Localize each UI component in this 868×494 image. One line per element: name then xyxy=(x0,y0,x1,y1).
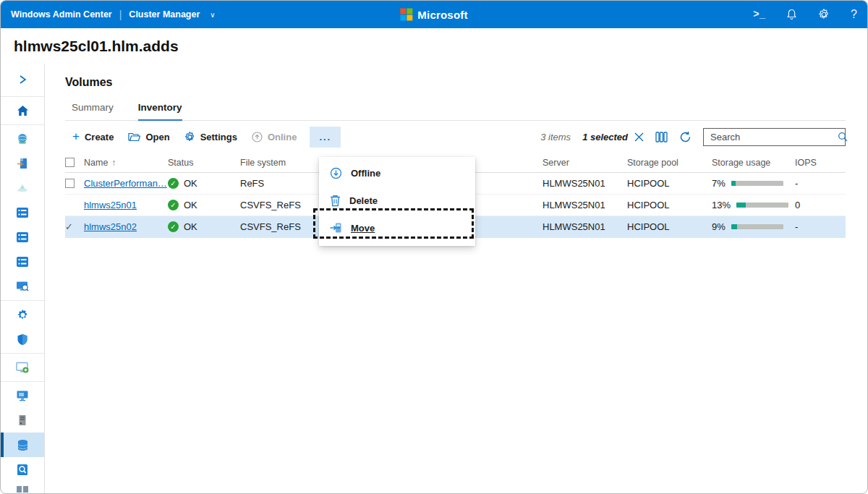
sidebar-item-servers-3[interactable] xyxy=(1,250,44,274)
help-icon[interactable]: ? xyxy=(851,8,857,21)
status-ok-icon: ✓ xyxy=(168,200,179,210)
menu-item-move-label: Move xyxy=(351,223,375,234)
iops-cell: 0 xyxy=(795,200,846,210)
microsoft-logo-text: Microsoft xyxy=(417,9,467,21)
select-all-checkbox[interactable] xyxy=(65,158,75,167)
storage-pool-cell: HCIPOOL xyxy=(627,200,712,210)
menu-item-delete-label: Delete xyxy=(349,195,378,206)
powershell-icon[interactable]: >_ xyxy=(753,9,765,20)
server-cell: HLMWS25N01 xyxy=(542,221,627,232)
file-system-cell: CSVFS_ReFS xyxy=(240,221,320,232)
iops-cell: - xyxy=(795,178,846,189)
sidebar-item-azure-hybrid[interactable] xyxy=(1,151,44,176)
usage-percent-label: 9% xyxy=(712,221,726,232)
page-title: hlmws25cl01.hlm.adds xyxy=(1,28,867,64)
sidebar-item-servers-2[interactable] xyxy=(1,225,44,250)
row-selected-check-icon[interactable]: ✓ xyxy=(65,221,73,232)
open-button[interactable]: Open xyxy=(121,127,176,147)
sidebar-expand-button[interactable] xyxy=(1,64,44,95)
sidebar-item-server-tower[interactable] xyxy=(1,408,44,433)
sidebar-item-settings[interactable] xyxy=(1,302,44,327)
sidebar-item-cluster-overview[interactable] xyxy=(1,127,44,151)
storage-pool-cell: HCIPOOL xyxy=(627,221,712,232)
sidebar-item-remote-monitor[interactable] xyxy=(1,383,44,408)
online-button[interactable]: Online xyxy=(244,127,304,147)
app-name[interactable]: Windows Admin Center xyxy=(11,9,112,20)
usage-percent-label: 7% xyxy=(712,178,726,189)
menu-item-move[interactable]: Move xyxy=(319,214,475,242)
usage-percent-label: 13% xyxy=(712,200,731,210)
menu-item-offline[interactable]: Offline xyxy=(319,159,475,187)
usage-progress-bar xyxy=(731,224,783,229)
column-header-file-system[interactable]: File system xyxy=(240,158,320,168)
tools-sidebar xyxy=(1,64,45,494)
usage-progress-bar xyxy=(731,181,783,186)
sidebar-item-diagnostics[interactable] xyxy=(1,274,44,299)
column-header-storage-usage[interactable]: Storage usage xyxy=(712,158,795,168)
volume-link[interactable]: ClusterPerforman… xyxy=(84,178,167,189)
more-actions-button[interactable]: ... xyxy=(310,127,341,148)
sidebar-item-drives-faint[interactable] xyxy=(1,176,44,200)
storage-pool-cell: HCIPOOL xyxy=(627,178,712,189)
notifications-bell-icon[interactable] xyxy=(786,9,797,20)
plus-icon: + xyxy=(72,129,80,144)
more-actions-menu: Offline Delete Move xyxy=(319,157,475,246)
status-ok-icon: ✓ xyxy=(168,178,179,189)
tab-summary[interactable]: Summary xyxy=(72,102,114,120)
settings-gear-icon[interactable] xyxy=(818,9,830,20)
tab-inventory[interactable]: Inventory xyxy=(138,102,182,121)
column-header-status[interactable]: Status xyxy=(168,158,240,168)
sort-ascending-icon: ↑ xyxy=(111,158,116,168)
refresh-icon[interactable] xyxy=(679,131,692,143)
gear-icon xyxy=(184,132,195,142)
circle-up-arrow-icon xyxy=(252,132,263,142)
top-app-bar: Windows Admin Center | Cluster Manager ∨… xyxy=(1,1,867,28)
menu-item-delete[interactable]: Delete xyxy=(319,187,475,214)
sidebar-item-home[interactable] xyxy=(1,98,44,123)
app-breadcrumb: Windows Admin Center | Cluster Manager ∨ xyxy=(11,9,216,20)
status-ok-icon: ✓ xyxy=(168,221,179,232)
server-cell: HLMWS25N01 xyxy=(542,178,627,189)
selected-count-label: 1 selected xyxy=(582,132,628,142)
sidebar-item-servers-1[interactable] xyxy=(1,200,44,225)
microsoft-logo: Microsoft xyxy=(400,9,467,21)
create-button[interactable]: + Create xyxy=(65,125,121,148)
sidebar-item-partial-bottom[interactable] xyxy=(1,482,44,494)
breadcrumb-separator: | xyxy=(119,9,122,20)
sidebar-item-extensions[interactable] xyxy=(1,355,44,380)
volume-link[interactable]: hlmws25n02 xyxy=(84,221,137,232)
toolbar-right-controls: 3 items 1 selected xyxy=(540,128,846,146)
sidebar-item-storage-search[interactable] xyxy=(1,457,44,482)
volume-link[interactable]: hlmws25n01 xyxy=(84,200,137,210)
choose-columns-icon[interactable] xyxy=(655,132,668,142)
status-label: OK xyxy=(184,200,197,210)
microsoft-logo-icon xyxy=(400,9,412,21)
server-cell: HLMWS25N01 xyxy=(542,200,627,210)
inventory-toolbar: + Create Open Settings xyxy=(65,124,846,150)
folder-open-icon xyxy=(128,132,140,142)
sidebar-item-security[interactable] xyxy=(1,327,44,352)
iops-cell: - xyxy=(795,221,846,232)
column-header-server[interactable]: Server xyxy=(542,158,627,168)
offline-icon xyxy=(330,167,342,179)
clear-selection-icon[interactable] xyxy=(634,132,644,142)
windows-admin-center-window: Windows Admin Center | Cluster Manager ∨… xyxy=(0,0,868,494)
row-checkbox[interactable] xyxy=(65,179,75,188)
settings-button[interactable]: Settings xyxy=(177,127,244,147)
search-icon[interactable] xyxy=(838,132,848,142)
search-input[interactable] xyxy=(710,132,838,142)
solution-dropdown-chevron-icon[interactable]: ∨ xyxy=(210,11,215,19)
solution-name[interactable]: Cluster Manager xyxy=(129,9,200,20)
file-system-cell: ReFS xyxy=(240,178,320,189)
column-header-name[interactable]: Name↑ xyxy=(84,158,168,168)
column-header-storage-pool[interactable]: Storage pool xyxy=(627,158,712,168)
sidebar-item-volumes[interactable] xyxy=(1,433,44,457)
delete-icon xyxy=(330,195,341,207)
column-header-iops[interactable]: IOPS xyxy=(795,158,846,168)
status-label: OK xyxy=(184,178,197,189)
status-label: OK xyxy=(184,221,197,232)
usage-progress-bar xyxy=(736,203,788,208)
file-system-cell: CSVFS_ReFS xyxy=(240,200,320,210)
topbar-actions: >_ ? xyxy=(753,8,857,21)
volumes-tabs: Summary Inventory xyxy=(65,102,846,121)
